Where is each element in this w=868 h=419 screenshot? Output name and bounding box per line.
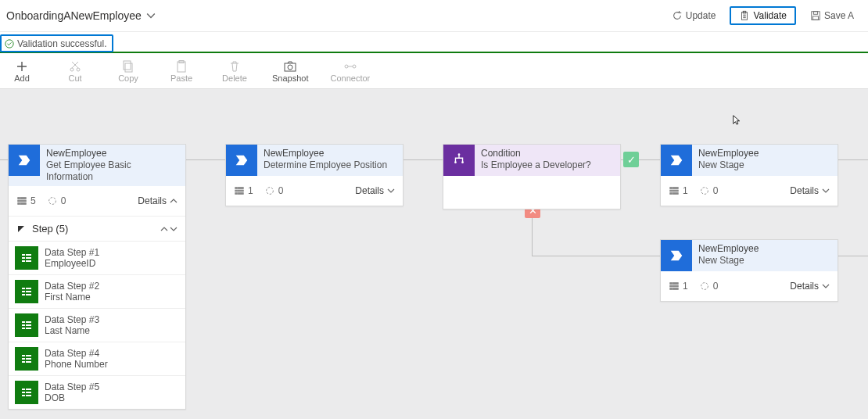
step-title: Data Step #5 xyxy=(45,381,99,392)
cycle-count: 0 xyxy=(278,185,284,196)
stage-meta: 1 0 Details xyxy=(661,176,838,206)
stage-card-5[interactable]: NewEmployee New Stage 1 0 Details xyxy=(660,239,838,302)
validation-text: Validation successful. xyxy=(17,38,107,49)
stage-header: NewEmployee New Stage xyxy=(661,240,838,271)
triangle-icon xyxy=(16,224,26,234)
condition-titles: Condition Is Employee a Developer? xyxy=(475,145,620,176)
step-subtitle: Last Name xyxy=(45,325,99,336)
stage-titles: NewEmployee Get Employee Basic Informati… xyxy=(40,145,185,186)
cycle-count: 0 xyxy=(61,195,66,206)
connector-icon xyxy=(343,59,357,73)
details-toggle[interactable]: Details xyxy=(138,195,178,206)
stage-name: Get Employee Basic Information xyxy=(46,159,179,183)
cut-button[interactable]: Cut xyxy=(59,59,91,83)
camera-icon xyxy=(283,59,297,73)
validate-label: Validate xyxy=(753,10,786,21)
scissors-icon xyxy=(68,59,82,73)
stage-entity: NewEmployee xyxy=(46,148,179,159)
update-button[interactable]: Update xyxy=(667,7,721,24)
connector-button[interactable]: Connector xyxy=(330,59,370,83)
refresh-icon xyxy=(672,10,683,21)
form-icon xyxy=(15,381,38,404)
save-as-label: Save A xyxy=(824,10,854,21)
save-icon xyxy=(810,10,821,21)
chevron-down-icon xyxy=(146,11,156,20)
details-toggle[interactable]: Details xyxy=(790,281,830,292)
step-row[interactable]: Data Step #5DOB xyxy=(9,375,185,409)
step-subtitle: EmployeeID xyxy=(45,258,99,269)
step-subtitle: First Name xyxy=(45,292,99,303)
stage-titles: NewEmployee New Stage xyxy=(692,240,838,271)
condition-true-badge: ✓ xyxy=(623,152,639,167)
stage-card-2[interactable]: NewEmployee Determine Employee Position … xyxy=(225,144,404,206)
flow-canvas[interactable]: ✓ ✕ NewEmployee Get Employee Basic Infor… xyxy=(0,89,868,419)
paste-button[interactable]: Paste xyxy=(166,59,197,83)
step-row[interactable]: Data Step #1EmployeeID xyxy=(9,241,185,274)
condition-card[interactable]: Condition Is Employee a Developer? xyxy=(443,144,621,210)
stage-header: NewEmployee Determine Employee Position xyxy=(226,145,403,176)
save-as-button[interactable]: Save A xyxy=(805,7,859,24)
arrow-down-icon[interactable] xyxy=(170,225,178,233)
details-label: Details xyxy=(790,281,819,292)
delete-button[interactable]: Delete xyxy=(219,59,250,83)
condition-label: Condition xyxy=(481,148,614,159)
stage-titles: NewEmployee New Stage xyxy=(692,145,838,176)
details-toggle[interactable]: Details xyxy=(355,185,395,196)
branch-icon xyxy=(443,145,475,176)
steps-title: Step (5) xyxy=(32,223,68,235)
stage-icon xyxy=(661,145,692,176)
stage-meta: 5 0 Details xyxy=(9,186,185,216)
stage-icon xyxy=(661,240,692,271)
validate-button[interactable]: Validate xyxy=(730,6,795,25)
flow-title-text: OnboardingANewEmployee xyxy=(6,9,142,22)
details-label: Details xyxy=(355,185,384,196)
details-label: Details xyxy=(790,185,819,196)
cycle-count: 0 xyxy=(713,281,719,292)
step-row[interactable]: Data Step #2First Name xyxy=(9,274,185,308)
snapshot-button[interactable]: Snapshot xyxy=(272,59,308,83)
stage-entity: NewEmployee xyxy=(698,243,831,255)
validation-message: Validation successful. xyxy=(0,34,113,52)
chevron-down-icon xyxy=(822,187,830,195)
stage-entity: NewEmployee xyxy=(698,148,831,159)
copy-label: Copy xyxy=(118,73,138,83)
copy-icon xyxy=(121,59,135,73)
copy-button[interactable]: Copy xyxy=(113,59,144,83)
step-row[interactable]: Data Step #3Last Name xyxy=(9,308,185,342)
arrow-up-icon[interactable] xyxy=(160,225,168,233)
step-title: Data Step #3 xyxy=(45,314,99,325)
step-subtitle: DOB xyxy=(45,392,99,403)
flow-title[interactable]: OnboardingANewEmployee xyxy=(6,9,156,22)
step-row[interactable]: Data Step #4Phone Number xyxy=(9,342,185,375)
update-label: Update xyxy=(686,10,716,21)
details-toggle[interactable]: Details xyxy=(790,185,830,196)
stage-header: NewEmployee New Stage xyxy=(661,145,838,176)
clipboard-check-icon xyxy=(739,10,750,21)
plus-icon xyxy=(15,59,29,73)
stage-meta: 1 0 Details xyxy=(661,271,838,301)
stage-card-4[interactable]: NewEmployee New Stage 1 0 Details xyxy=(660,144,838,206)
mouse-cursor-icon xyxy=(732,113,743,127)
cut-label: Cut xyxy=(68,73,81,83)
stage-header: NewEmployee Get Employee Basic Informati… xyxy=(9,145,185,186)
cycle-icon xyxy=(699,281,710,292)
step-count: 1 xyxy=(683,281,688,292)
chevron-up-icon xyxy=(170,197,178,205)
chevron-down-icon xyxy=(822,282,830,290)
step-subtitle: Phone Number xyxy=(45,359,108,370)
add-button[interactable]: Add xyxy=(6,59,38,83)
cycle-icon xyxy=(699,185,710,196)
steps-icon xyxy=(16,195,27,206)
add-label: Add xyxy=(14,73,30,83)
details-label: Details xyxy=(138,195,167,206)
stage-entity: NewEmployee xyxy=(264,148,396,159)
trash-icon xyxy=(228,59,242,73)
condition-name: Is Employee a Developer? xyxy=(481,159,614,171)
paste-label: Paste xyxy=(170,73,192,83)
stage-card-1[interactable]: NewEmployee Get Employee Basic Informati… xyxy=(8,144,186,410)
step-count: 1 xyxy=(248,185,253,196)
cycle-icon xyxy=(264,185,275,196)
step-count: 5 xyxy=(30,195,36,206)
stage-name: Determine Employee Position xyxy=(264,159,396,171)
cycle-count: 0 xyxy=(713,185,719,196)
